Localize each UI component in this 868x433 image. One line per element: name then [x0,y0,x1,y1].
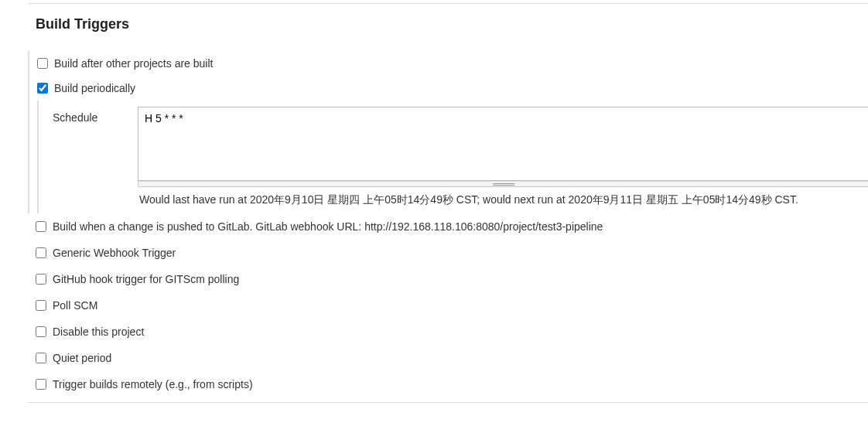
simple-triggers: Build when a change is pushed to GitLab.… [28,213,868,397]
disable-project-label: Disable this project [53,326,144,338]
disable-project-checkbox[interactable] [36,326,46,337]
github-hook-checkbox[interactable] [36,274,46,285]
resize-grip-icon [493,183,514,186]
github-hook-label: GitHub hook trigger for GITScm polling [53,273,239,285]
schedule-hint: Would last have run at 2020年9月10日 星期四 上午… [138,190,868,213]
trigger-generic-webhook: Generic Webhook Trigger [28,240,868,266]
build-after-label: Build after other projects are built [54,57,213,70]
generic-webhook-label: Generic Webhook Trigger [53,247,176,259]
section-title: Build Triggers [0,4,868,51]
quiet-period-checkbox[interactable] [36,353,46,363]
periodically-checkbox[interactable] [37,83,48,94]
trigger-quiet-period: Quiet period [28,345,868,371]
build-triggers-section: Build Triggers Build after other project… [0,3,868,418]
gitlab-push-label: Build when a change is pushed to GitLab.… [53,220,603,233]
poll-scm-label: Poll SCM [53,299,97,312]
resize-handle[interactable] [138,181,868,187]
triggers-block: Build after other projects are built Bui… [28,51,868,213]
schedule-field: Would last have run at 2020年9月10日 星期四 上午… [138,107,868,213]
build-after-checkbox[interactable] [37,58,48,69]
trigger-build-after: Build after other projects are built [29,51,868,76]
trigger-poll-scm: Poll SCM [28,292,868,319]
bottom-divider [28,402,868,403]
schedule-textarea[interactable] [138,107,868,181]
trigger-periodically: Build periodically [29,76,868,101]
gitlab-push-checkbox[interactable] [36,221,46,232]
remote-trigger-checkbox[interactable] [36,379,46,390]
quiet-period-label: Quiet period [53,352,111,364]
generic-webhook-checkbox[interactable] [36,247,46,258]
trigger-remote: Trigger builds remotely (e.g., from scri… [28,371,868,397]
poll-scm-checkbox[interactable] [36,300,46,311]
schedule-block: Schedule Would last have run at 2020年9月1… [37,101,868,213]
trigger-github-hook: GitHub hook trigger for GITScm polling [28,266,868,292]
schedule-label: Schedule [53,107,138,213]
trigger-gitlab-push: Build when a change is pushed to GitLab.… [28,213,868,240]
periodically-label: Build periodically [54,82,135,94]
remote-trigger-label: Trigger builds remotely (e.g., from scri… [53,378,253,390]
trigger-disable-project: Disable this project [28,319,868,345]
